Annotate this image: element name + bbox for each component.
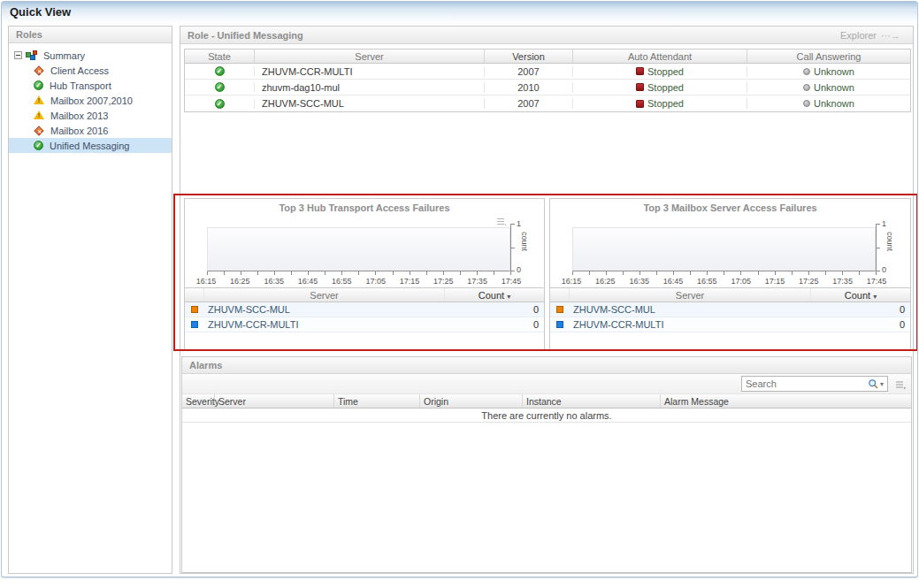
roles-panel-header: Roles	[9, 27, 172, 43]
sort-desc-icon: ▾	[873, 293, 877, 301]
table-row[interactable]: ✓ ZHUVM-SCC-MUL 2007 Stopped Unknown	[185, 95, 910, 111]
warning-triangle-icon: !	[34, 111, 44, 120]
table-row[interactable]: ✓ ZHUVM-CCR-MULTI 2007 Stopped Unknown	[185, 64, 910, 80]
tree-item-label: Hub Transport	[50, 80, 111, 91]
search-input[interactable]	[742, 378, 868, 389]
page-title: Quick View	[10, 5, 71, 19]
server-name: ZHUVM-SCC-MUL	[255, 98, 485, 109]
table-row[interactable]: ✓ zhuvm-dag10-mul 2010 Stopped Unknown	[185, 80, 910, 95]
ok-check-icon: ✓	[215, 82, 225, 92]
legend-row[interactable]: ZHUVM-CCR-MULTI 0	[550, 317, 910, 332]
series-swatch-blue	[556, 321, 563, 328]
roles-tree: Summary ✕ Client Access ✓ Hub Transport …	[9, 43, 172, 153]
chart-legend-table: Server Count ▾ ZHUVM-SCC-MUL 0 ZHUVM-CCR…	[550, 287, 910, 332]
quick-view-window: Quick View Roles Summary ✕ Client Access…	[1, 1, 918, 577]
col-header-time[interactable]: Time	[334, 394, 420, 408]
col-header-count[interactable]: Count ▾	[445, 288, 544, 302]
stopped-status-icon	[636, 100, 644, 108]
explorer-link[interactable]: Explorer⋯→	[840, 27, 900, 44]
tree-item-label: Mailbox 2007,2010	[50, 95, 133, 106]
exchange-summary-icon	[26, 50, 38, 61]
roles-panel: Roles Summary ✕ Client Access ✓ Hub Tran…	[8, 26, 172, 574]
warning-triangle-icon: !	[34, 95, 44, 105]
unknown-status-icon	[803, 68, 810, 75]
ok-check-icon: ✓	[215, 66, 225, 76]
series-swatch-orange	[191, 306, 198, 313]
col-header-origin[interactable]: Origin	[420, 394, 523, 408]
col-header-version[interactable]: Version	[485, 50, 573, 63]
server-name: ZHUVM-SCC-MUL	[570, 304, 811, 315]
server-version: 2007	[485, 66, 573, 77]
x-axis-labels: 16:1516:2516:3516:4516:5517:0517:1517:25…	[555, 277, 892, 286]
um-servers-table: State Server Version Auto Attendant Call…	[184, 49, 911, 112]
stopped-status-icon	[636, 83, 644, 91]
alarms-empty-message: There are currently no alarms.	[182, 409, 911, 423]
col-header-server[interactable]: Server	[255, 50, 485, 63]
call-answering-status: Unknown	[814, 82, 854, 93]
alarms-table-header: Severity Server Time Origin Instance Ala…	[182, 394, 911, 409]
mailbox-failures-chart-panel: Top 3 Mailbox Server Access Failures 1 0…	[549, 198, 911, 350]
server-name: ZHUVM-SCC-MUL	[204, 304, 445, 315]
series-swatch-orange	[556, 306, 563, 313]
tree-item-summary[interactable]: Summary	[9, 48, 172, 63]
role-panel-title: Role - Unified Messaging	[188, 30, 303, 41]
col-header-server[interactable]: Server	[570, 288, 811, 302]
y-min-label: 0	[517, 265, 521, 274]
count-value: 0	[811, 319, 910, 330]
col-header-state[interactable]: State	[185, 50, 255, 63]
server-name: ZHUVM-CCR-MULTI	[255, 66, 485, 77]
tree-item-mailbox-2013[interactable]: ! Mailbox 2013	[9, 108, 172, 123]
unknown-status-icon	[803, 84, 810, 91]
server-version: 2010	[485, 82, 573, 93]
col-header-severity[interactable]: Severity	[182, 394, 215, 408]
server-name: zhuvm-dag10-mul	[255, 82, 485, 93]
alarms-panel-header: Alarms	[182, 357, 911, 374]
role-detail-panel: Role - Unified Messaging Explorer⋯→ Stat…	[180, 26, 914, 574]
auto-attendant-status: Stopped	[647, 66, 684, 77]
y-max-label: 1	[882, 219, 886, 228]
tree-item-mailbox-2007-2010[interactable]: ! Mailbox 2007,2010	[9, 93, 172, 108]
chart-title: Top 3 Mailbox Server Access Failures	[550, 202, 910, 213]
tree-item-hub-transport[interactable]: ✓ Hub Transport	[9, 78, 172, 93]
col-header-auto-attendant[interactable]: Auto Attendant	[573, 50, 747, 63]
table-customizer-icon[interactable]	[895, 378, 907, 394]
legend-row[interactable]: ZHUVM-SCC-MUL 0	[550, 302, 910, 317]
chart-plot-area	[207, 227, 510, 271]
y-axis-title: count	[885, 232, 894, 251]
tree-item-label: Client Access	[50, 65, 109, 76]
title-bar: Quick View	[2, 2, 917, 24]
tree-item-client-access[interactable]: ✕ Client Access	[9, 63, 172, 78]
ok-check-icon: ✓	[34, 80, 43, 90]
search-options-caret-icon[interactable]: ▾	[879, 380, 887, 388]
col-header-instance[interactable]: Instance	[523, 394, 661, 408]
chart-plot-area	[572, 227, 876, 271]
alarms-toolbar: ▾	[182, 374, 911, 394]
tree-item-unified-messaging[interactable]: ✓ Unified Messaging	[9, 138, 172, 153]
auto-attendant-status: Stopped	[647, 98, 684, 109]
col-header-alarm-message[interactable]: Alarm Message	[661, 394, 911, 408]
x-axis-ticks	[572, 271, 877, 275]
chart-legend-table: Server Count ▾ ZHUVM-SCC-MUL 0 ZHUVM-CCR…	[185, 287, 544, 332]
legend-row[interactable]: ZHUVM-CCR-MULTI 0	[185, 317, 544, 332]
x-axis-labels: 16:1516:2516:3516:4516:5517:0517:1517:25…	[190, 277, 527, 286]
search-icon[interactable]	[868, 378, 879, 390]
tree-item-label: Summary	[43, 50, 85, 61]
count-value: 0	[445, 319, 544, 330]
collapse-icon[interactable]	[14, 51, 22, 59]
server-name: ZHUVM-CCR-MULTI	[570, 319, 811, 330]
ok-check-icon: ✓	[34, 141, 43, 150]
col-header-server[interactable]: Server	[215, 394, 334, 408]
alarms-panel: Alarms ▾ Severity Server Time Origin Ins…	[181, 356, 912, 573]
server-name: ZHUVM-CCR-MULTI	[204, 319, 445, 330]
legend-row[interactable]: ZHUVM-SCC-MUL 0	[185, 302, 544, 317]
col-header-call-answering[interactable]: Call Answering	[747, 50, 910, 63]
hub-transport-failures-chart-panel: Top 3 Hub Transport Access Failures 1 0 …	[184, 198, 545, 350]
tree-item-label: Mailbox 2013	[50, 111, 108, 121]
col-header-count[interactable]: Count ▾	[811, 288, 910, 302]
count-value: 0	[445, 304, 544, 315]
role-panel-header: Role - Unified Messaging Explorer⋯→	[180, 27, 913, 44]
call-answering-status: Unknown	[814, 98, 854, 109]
col-header-server[interactable]: Server	[204, 288, 445, 302]
tree-item-mailbox-2016[interactable]: ✕ Mailbox 2016	[9, 123, 172, 138]
critical-diamond-icon: ✕	[34, 126, 43, 135]
